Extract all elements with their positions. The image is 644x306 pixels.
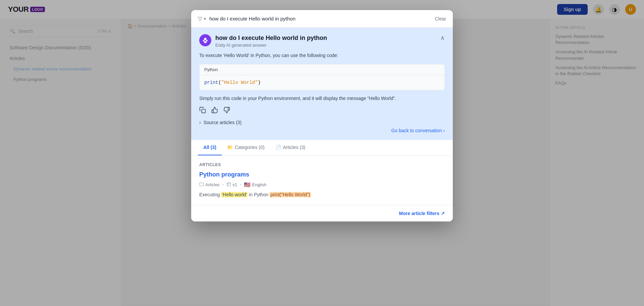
version-icon	[226, 182, 231, 188]
search-input[interactable]	[209, 16, 432, 21]
svg-rect-3	[202, 109, 206, 113]
arrow-right-icon: ›	[443, 128, 445, 133]
source-articles-toggle[interactable]: › Source articles (3)	[199, 120, 445, 125]
svg-point-1	[203, 40, 205, 42]
tab-articles[interactable]: 📄 Articles (3)	[270, 140, 311, 155]
modal-footer: More article filters ↗	[191, 205, 453, 221]
search-filter-icon: ▽ ▾	[198, 15, 206, 22]
ai-title-block: how do I execute Hello world in python E…	[215, 34, 327, 48]
code-language-label: Python	[200, 64, 444, 75]
code-print-keyword: print	[204, 80, 218, 85]
code-paren-close: )	[258, 80, 261, 85]
copy-icon[interactable]	[199, 107, 206, 115]
chevron-right-icon: ›	[199, 120, 201, 125]
thumbs-up-icon[interactable]	[211, 107, 218, 115]
svg-rect-4	[227, 183, 231, 186]
code-string-value: "Hello World"	[221, 80, 258, 85]
chevron-down-icon: ▾	[204, 16, 206, 21]
highlight-hello-world: 'Hello world'	[221, 192, 248, 197]
code-content: print("Hello World")	[200, 75, 444, 90]
collapse-button[interactable]: ∧	[440, 34, 445, 42]
article-language: 🇺🇸 English	[244, 182, 266, 188]
flag-icon: 🇺🇸	[244, 182, 251, 188]
ai-action-buttons	[199, 107, 445, 115]
ai-answer-header: how do I execute Hello world in python E…	[199, 34, 445, 48]
ai-header-left: how do I execute Hello world in python E…	[199, 34, 327, 48]
article-category: Articles	[199, 182, 220, 188]
ai-footer-text: Simply run this code in your Python envi…	[199, 95, 445, 102]
funnel-icon: ▽	[198, 15, 202, 22]
ai-answer-section: how do I execute Hello world in python E…	[191, 28, 453, 140]
document-icon: 📄	[275, 145, 281, 150]
source-articles-label: Source articles (3)	[204, 120, 242, 125]
modal-search-bar: ▽ ▾ Clear	[191, 10, 453, 28]
article-meta: Articles • v1 • 🇺🇸 Engl	[199, 182, 445, 188]
tab-all[interactable]: All (3)	[198, 140, 222, 155]
clear-button[interactable]: Clear	[435, 16, 446, 21]
more-filters-button[interactable]: More article filters ↗	[399, 211, 445, 216]
ai-answer-title: how do I execute Hello world in python	[215, 34, 327, 42]
svg-point-2	[206, 40, 208, 42]
highlight-print-code: print("Hello World")	[270, 192, 311, 197]
ai-avatar	[199, 34, 211, 46]
modal-content: how do I execute Hello world in python E…	[191, 28, 453, 205]
search-modal: ▽ ▾ Clear how do I	[191, 10, 453, 221]
article-version: v1	[226, 182, 237, 188]
folder-icon: 📁	[227, 145, 233, 150]
modal-tabs: All (3) 📁 Categories (0) 📄 Articles (3)	[191, 140, 453, 156]
article-title[interactable]: Python programs	[199, 171, 445, 178]
modal-results: ARTICLES Python programs Articles •	[191, 156, 453, 205]
go-back-conversation[interactable]: Go back to conversation ›	[199, 128, 445, 133]
svg-point-0	[204, 38, 206, 40]
folder-small-icon	[199, 182, 204, 188]
articles-section-label: ARTICLES	[199, 162, 445, 167]
thumbs-down-icon[interactable]	[223, 107, 230, 115]
code-block: Python print("Hello World")	[199, 64, 445, 90]
ai-answer-subtitle: Eddy AI generated answer	[215, 43, 327, 48]
ai-intro-text: To execute 'Hello World' in Python, you …	[199, 52, 445, 59]
tab-categories[interactable]: 📁 Categories (0)	[222, 140, 270, 155]
article-excerpt: Executing 'Hello world' in Python print(…	[199, 191, 445, 198]
